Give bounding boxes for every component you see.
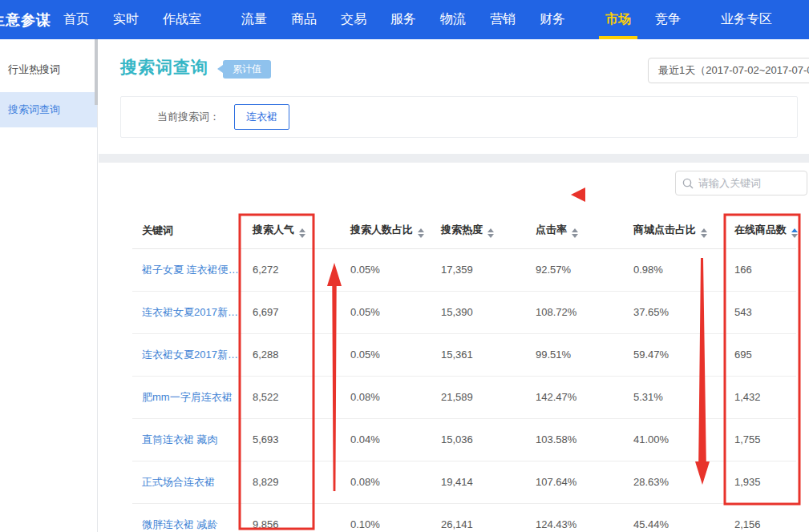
nav-item-war-room[interactable]: 作战室 <box>151 0 213 39</box>
nav-item-realtime[interactable]: 实时 <box>101 0 151 39</box>
cell-search-popularity: 8,522 <box>243 376 341 418</box>
nav-item-traffic[interactable]: 流量 <box>229 0 279 39</box>
header-section: 搜索词查询 累计值 最近1天（2017-07-02~2017-07-02 当前搜… <box>99 39 809 154</box>
cell-search-popularity: 6,697 <box>243 291 341 333</box>
table-header-row: 关键词 搜索人气 搜索人数占比 搜索热度 点击率 <box>132 213 796 248</box>
column-header-label: 搜索人数占比 <box>350 224 413 236</box>
cell-mall-click-ratio: 0.98% <box>624 248 725 291</box>
nav-item-data-fetch[interactable]: 取数 <box>800 0 809 39</box>
table-row: 裙子女夏 连衣裙便宜5... 6,272 0.05% 17,359 92.57%… <box>132 248 796 291</box>
sort-icon[interactable] <box>299 228 305 238</box>
sort-icon[interactable] <box>701 228 707 238</box>
cell-mall-click-ratio: 28.63% <box>624 461 725 503</box>
sidebar-item-search-word-query[interactable]: 搜索词查询 <box>0 92 97 127</box>
cell-ctr: 107.64% <box>526 461 624 503</box>
cell-search-heat: 26,141 <box>431 503 526 532</box>
sort-icon[interactable] <box>418 228 424 238</box>
cell-ctr: 103.58% <box>526 418 624 461</box>
cell-online-products: 1,432 <box>725 376 796 418</box>
cell-searcher-ratio: 0.08% <box>341 461 431 503</box>
nav-item-trade[interactable]: 交易 <box>329 0 378 39</box>
nav-item-logistics[interactable]: 物流 <box>428 0 478 39</box>
nav-item-competition[interactable]: 竞争 <box>643 0 693 39</box>
cell-ctr: 142.47% <box>526 376 624 418</box>
keyword-link[interactable]: 正式场合连衣裙 <box>132 461 243 503</box>
cell-searcher-ratio: 0.08% <box>341 376 431 418</box>
cell-search-heat: 21,589 <box>431 376 526 418</box>
column-header-label: 关键词 <box>142 224 173 236</box>
cell-online-products: 1,755 <box>725 418 796 461</box>
cell-mall-click-ratio: 37.65% <box>624 291 725 333</box>
cell-searcher-ratio: 0.05% <box>341 333 431 376</box>
keyword-link[interactable]: 裙子女夏 连衣裙便宜5... <box>132 248 243 291</box>
cell-mall-click-ratio: 59.47% <box>624 333 725 376</box>
main-content: 搜索词查询 累计值 最近1天（2017-07-02~2017-07-02 当前搜… <box>99 39 809 532</box>
cell-online-products: 695 <box>725 333 796 376</box>
page-title: 搜索词查询 <box>120 56 208 79</box>
cell-search-heat: 15,036 <box>431 418 526 461</box>
keyword-search-input[interactable] <box>698 177 800 189</box>
column-header-keyword: 关键词 <box>132 213 243 248</box>
date-range-selector[interactable]: 最近1天（2017-07-02~2017-07-02 <box>648 58 809 83</box>
cell-search-heat: 17,359 <box>431 248 526 291</box>
table-row: 直筒连衣裙 藏肉 5,693 0.04% 15,036 103.58% 41.0… <box>132 418 796 461</box>
cell-searcher-ratio: 0.04% <box>341 418 431 461</box>
nav-item-home[interactable]: 首页 <box>51 0 101 39</box>
sort-icon[interactable] <box>572 228 578 238</box>
keyword-link[interactable]: 连衣裙女夏2017新款... <box>132 291 243 333</box>
sidebar-scrollbar-thumb[interactable] <box>95 39 98 105</box>
column-header-searcher-ratio: 搜索人数占比 <box>341 213 431 248</box>
cell-search-heat: 19,414 <box>431 461 526 503</box>
column-header-label: 搜索人气 <box>253 224 294 236</box>
nav-item-service[interactable]: 服务 <box>378 0 428 39</box>
keyword-link[interactable]: 肥mm一字肩连衣裙 <box>132 376 243 418</box>
keyword-search-box[interactable] <box>675 171 807 195</box>
cell-search-popularity: 9,856 <box>243 503 341 532</box>
column-header-online-products: 在线商品数 <box>725 213 796 248</box>
keyword-link[interactable]: 直筒连衣裙 藏肉 <box>132 418 243 461</box>
nav-item-market[interactable]: 市场 <box>593 0 643 39</box>
column-header-label: 在线商品数 <box>734 224 787 236</box>
table-section: 关键词 搜索人气 搜索人数占比 搜索热度 点击率 <box>99 163 809 532</box>
cell-mall-click-ratio: 5.31% <box>624 376 725 418</box>
page: 生意参谋 首页 实时 作战室 流量 商品 交易 服务 物流 营销 财务 市场 竞… <box>0 0 809 532</box>
sort-icon-active-asc[interactable] <box>791 228 798 238</box>
cell-mall-click-ratio: 41.00% <box>624 418 725 461</box>
current-search-word-label: 当前搜索词： <box>157 110 220 124</box>
column-header-label: 搜索热度 <box>441 224 483 236</box>
cell-online-products: 1,935 <box>725 461 796 503</box>
cumulative-value-badge: 累计值 <box>223 60 271 79</box>
nav-item-finance[interactable]: 财务 <box>528 0 577 39</box>
cell-ctr: 99.51% <box>526 333 624 376</box>
cell-searcher-ratio: 0.05% <box>341 248 431 291</box>
nav-item-marketing[interactable]: 营销 <box>478 0 528 39</box>
cell-search-popularity: 6,288 <box>243 333 341 376</box>
nav-item-business-zone[interactable]: 业务专区 <box>709 0 784 39</box>
cell-ctr: 92.57% <box>526 248 624 291</box>
search-icon <box>682 178 694 189</box>
table-row: 连衣裙女夏2017新款... 6,697 0.05% 15,390 108.72… <box>132 291 796 333</box>
column-header-mall-click-ratio: 商城点击占比 <box>624 213 725 248</box>
column-header-search-heat: 搜索热度 <box>431 213 526 248</box>
current-keyword-tag[interactable]: 连衣裙 <box>234 104 289 130</box>
cell-online-products: 166 <box>725 248 796 291</box>
app-logo: 生意参谋 <box>0 10 51 30</box>
sidebar: 行业热搜词 搜索词查询 <box>0 39 98 532</box>
table-row: 微胖连衣裙 减龄 9,856 0.10% 26,141 124.43% 45.4… <box>132 503 796 532</box>
cell-ctr: 124.43% <box>526 503 624 532</box>
cell-searcher-ratio: 0.05% <box>341 291 431 333</box>
cell-online-products: 2,156 <box>725 503 796 532</box>
table-row: 肥mm一字肩连衣裙 8,522 0.08% 21,589 142.47% 5.3… <box>132 376 796 418</box>
table-row: 连衣裙女夏2017新款... 6,288 0.05% 15,361 99.51%… <box>132 333 796 376</box>
column-header-label: 点击率 <box>536 224 567 236</box>
keyword-link[interactable]: 微胖连衣裙 减龄 <box>132 503 243 532</box>
nav-item-products[interactable]: 商品 <box>279 0 329 39</box>
cell-search-heat: 15,361 <box>431 333 526 376</box>
sort-icon[interactable] <box>487 228 494 238</box>
top-nav: 生意参谋 首页 实时 作战室 流量 商品 交易 服务 物流 营销 财务 市场 竞… <box>0 0 809 39</box>
cell-search-popularity: 6,272 <box>243 248 341 291</box>
keyword-link[interactable]: 连衣裙女夏2017新款... <box>132 333 243 376</box>
table-row: 正式场合连衣裙 8,829 0.08% 19,414 107.64% 28.63… <box>132 461 796 503</box>
cell-mall-click-ratio: 45.44% <box>624 503 725 532</box>
sidebar-item-industry-hot-words[interactable]: 行业热搜词 <box>0 52 97 87</box>
